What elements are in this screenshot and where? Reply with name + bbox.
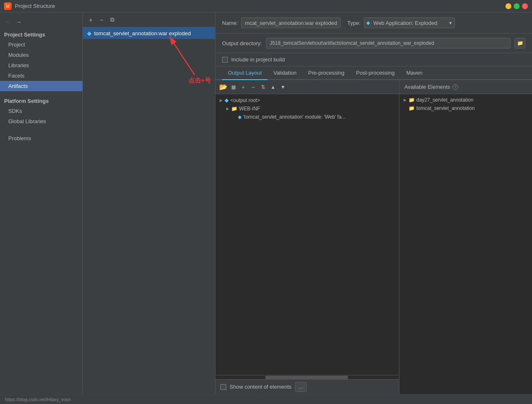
available-section: Available Elements ? ▶ 📁 day27_servlet_a… [399, 80, 532, 394]
output-toolbar-sort[interactable]: ⇅ [259, 83, 268, 92]
app-logo: IJ [4, 2, 12, 10]
expand-arrow-day27[interactable]: ▶ [403, 98, 407, 102]
name-field: Name: [222, 17, 341, 28]
type-label: Type: [347, 20, 360, 26]
sidebar-item-problems[interactable]: Problems [0, 133, 82, 144]
detail-header: Name: Type: ◆ Web Application: Exploded … [215, 12, 532, 34]
output-section: 📂 ▦ + − ⇅ ▲ ▼ ▶ ◆ [215, 80, 399, 394]
output-toolbar-btn1[interactable]: 📂 [219, 83, 228, 92]
scrollbar-thumb [265, 376, 348, 379]
avail-item-tomcat[interactable]: 📁 tomcat_servlet_annotation [399, 104, 532, 112]
tab-maven[interactable]: Maven [400, 66, 428, 80]
detail-panel: Name: Type: ◆ Web Application: Exploded … [215, 12, 532, 394]
output-toolbar-btn3[interactable]: + [239, 83, 248, 92]
forward-button[interactable]: → [14, 17, 23, 27]
sidebar-item-global-libraries[interactable]: Global Libraries [0, 116, 82, 127]
close-button[interactable]: ✕ [522, 3, 528, 9]
content-wrapper: 点击+号 + − ⧉ ◆ tomcat_servlet_annotation:w… [83, 12, 532, 394]
sidebar: ← → Project Settings Project Modules Lib… [0, 12, 83, 394]
tree-item-module[interactable]: ◆ 'tomcat_servlet_annotation' module: 'W… [215, 113, 399, 121]
sidebar-item-artifacts[interactable]: Artifacts [0, 81, 82, 91]
output-dir-label: Output directory: [222, 40, 262, 46]
add-artifact-button[interactable]: + [86, 15, 95, 24]
output-tree: ▶ ◆ <output root> ▶ 📁 WEB-INF [215, 94, 399, 375]
artifact-diamond-icon: ◆ [87, 30, 92, 37]
show-content-checkbox[interactable] [220, 384, 226, 390]
sidebar-item-sdks[interactable]: SDKs [0, 106, 82, 116]
tree-item-label: <output root> [230, 97, 260, 103]
project-structure-window: IJ Project Structure − □ ✕ ← → Project S… [0, 0, 532, 404]
output-toolbar-down[interactable]: ▼ [278, 83, 288, 92]
sidebar-item-modules[interactable]: Modules [0, 50, 82, 60]
type-select-wrapper: ◆ Web Application: Exploded ▼ [364, 17, 455, 28]
webapp-type-icon: ◆ [366, 20, 370, 26]
browse-dir-button[interactable]: 📁 [515, 38, 525, 49]
platform-settings-section: Platform Settings SDKs Global Libraries [0, 95, 82, 127]
tab-output-layout[interactable]: Output Layout [222, 66, 268, 80]
avail-item-tomcat-label: tomcat_servlet_annotation [416, 105, 475, 111]
tab-post-processing[interactable]: Post-processing [350, 66, 400, 80]
tab-validation[interactable]: Validation [268, 66, 302, 80]
tab-pre-processing[interactable]: Pre-processing [302, 66, 350, 80]
output-dir-input[interactable] [266, 38, 510, 49]
output-toolbar-btn4[interactable]: − [249, 83, 258, 92]
folder-icon-tomcat: 📁 [409, 105, 415, 111]
output-toolbar-up[interactable]: ▲ [268, 83, 278, 92]
status-bar: https://blog.csdn.net/Hilary_vosn [0, 394, 532, 404]
type-select[interactable]: Web Application: Exploded [364, 17, 455, 28]
tree-item-module-label: 'tomcat_servlet_annotation' module: 'Web… [243, 114, 346, 120]
sidebar-item-project[interactable]: Project [0, 39, 82, 50]
maximize-button[interactable]: □ [514, 3, 520, 9]
module-icon: ◆ [238, 114, 242, 120]
status-url: https://blog.csdn.net/Hilary_vosn [5, 397, 71, 402]
available-header: Available Elements ? [399, 80, 532, 94]
copy-artifact-button[interactable]: ⧉ [108, 15, 117, 24]
output-toolbar-btn2[interactable]: ▦ [229, 83, 238, 92]
include-checkbox[interactable] [222, 57, 228, 63]
title-bar: IJ Project Structure − □ ✕ [0, 0, 532, 12]
tree-item-webinf-label: WEB-INF [239, 106, 260, 112]
name-label: Name: [222, 20, 238, 26]
output-toolbar: 📂 ▦ + − ⇅ ▲ ▼ [215, 80, 399, 94]
type-field: Type: ◆ Web Application: Exploded ▼ [347, 17, 455, 28]
layout-area: 📂 ▦ + − ⇅ ▲ ▼ ▶ ◆ [215, 80, 532, 394]
artifacts-list-panel: + − ⧉ ◆ tomcat_servlet_annotation:war ex… [83, 12, 215, 394]
problems-section[interactable]: Problems [0, 133, 82, 144]
artifact-item-tomcat[interactable]: ◆ tomcat_servlet_annotation:war exploded [83, 27, 215, 39]
available-tree: ▶ 📁 day27_servlet_annotation 📁 tomcat_se… [399, 94, 532, 394]
folder-icon-day27: 📁 [409, 97, 415, 103]
horizontal-scrollbar[interactable] [215, 375, 399, 379]
sidebar-nav: ← → [0, 16, 82, 28]
help-icon[interactable]: ? [452, 84, 458, 90]
available-label: Available Elements [404, 84, 450, 90]
output-dir-row: Output directory: 📁 [215, 34, 532, 53]
tree-item-web-inf[interactable]: ▶ 📁 WEB-INF [215, 105, 399, 113]
window-title: Project Structure [15, 3, 505, 9]
main-content: ← → Project Settings Project Modules Lib… [0, 12, 532, 394]
back-button[interactable]: ← [3, 17, 12, 27]
root-icon: ◆ [225, 97, 229, 103]
sidebar-item-facets[interactable]: Facets [0, 71, 82, 81]
sidebar-item-libraries[interactable]: Libraries [0, 60, 82, 71]
expand-arrow-webinf[interactable]: ▶ [225, 107, 230, 111]
show-content-label: Show content of elements [230, 384, 292, 390]
avail-item-day27[interactable]: ▶ 📁 day27_servlet_annotation [399, 96, 532, 104]
tree-item-output-root[interactable]: ▶ ◆ <output root> [215, 96, 399, 105]
dots-button[interactable]: ... [295, 382, 307, 392]
remove-artifact-button[interactable]: − [97, 15, 106, 24]
include-row: Include in project build [215, 53, 532, 66]
platform-settings-header: Platform Settings [0, 95, 82, 106]
window-controls: − □ ✕ [505, 3, 528, 9]
bottom-bar: Show content of elements ... [215, 379, 399, 394]
tabs-bar: Output Layout Validation Pre-processing … [215, 66, 532, 80]
expand-arrow-root[interactable]: ▶ [219, 98, 223, 102]
folder-icon-webinf: 📁 [231, 106, 237, 112]
artifact-item-label: tomcat_servlet_annotation:war exploded [94, 30, 191, 37]
project-settings-header: Project Settings [0, 28, 82, 39]
name-input[interactable] [241, 17, 341, 28]
avail-item-day27-label: day27_servlet_annotation [416, 97, 473, 103]
include-label: Include in project build [231, 56, 285, 63]
artifacts-toolbar: + − ⧉ [83, 12, 215, 27]
minimize-button[interactable]: − [505, 3, 511, 9]
